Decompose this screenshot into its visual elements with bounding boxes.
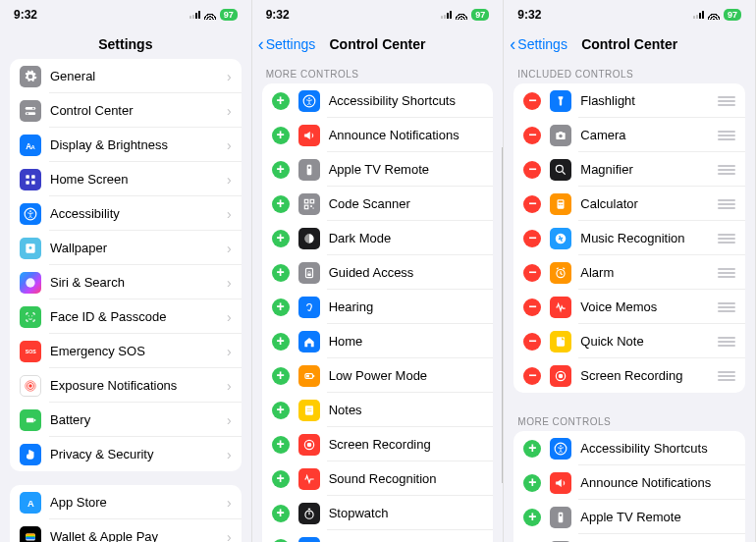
add-button[interactable]: + [272,505,290,522]
svg-point-67 [562,204,563,205]
drag-handle[interactable] [718,337,735,347]
list-item[interactable]: +Code Scanner [262,187,494,221]
list-item[interactable]: Exposure Notifications› [10,368,242,403]
list-item[interactable]: SOSEmergency SOS› [10,334,242,368]
list-item[interactable]: Face ID & Passcode› [10,299,242,334]
list-item[interactable]: +Screen Recording [262,427,494,461]
svg-rect-32 [306,164,311,175]
status-time: 9:32 [266,8,290,22]
row-label: Camera [580,128,709,142]
add-button[interactable]: + [272,436,290,454]
list-item[interactable]: +Accessibility Shortcuts [513,431,745,465]
list-item[interactable]: Wallet & Apple Pay› [10,519,242,542]
row-label: Announce Notifications [580,475,735,490]
add-button[interactable]: + [272,298,290,316]
hand-icon [20,444,41,465]
scroll-content[interactable]: More Controls +Accessibility Shortcuts+A… [252,59,504,542]
remove-button[interactable]: − [523,367,541,385]
drag-handle[interactable] [718,96,735,106]
svg-rect-45 [305,406,313,414]
remove-button[interactable]: − [523,161,541,179]
list-item[interactable]: Battery› [10,403,242,437]
remove-button[interactable]: − [523,127,541,144]
add-button[interactable]: + [272,402,290,419]
scroll-content[interactable]: General›Control Center›AADisplay & Brigh… [0,59,251,542]
list-item[interactable]: Siri & Search› [10,265,242,299]
remove-button[interactable]: − [523,264,541,282]
chevron-right-icon: › [227,495,232,511]
scroll-indicator[interactable] [502,147,503,483]
drag-handle[interactable] [718,234,735,244]
list-item[interactable]: Privacy & Security› [10,437,242,471]
add-button[interactable]: + [272,470,290,488]
add-button[interactable]: + [523,474,541,492]
add-button[interactable]: + [272,333,290,351]
chevron-right-icon: › [227,412,232,428]
list-item[interactable]: +Apple TV Remote [513,500,745,534]
remove-button[interactable]: − [523,298,541,316]
list-item[interactable]: −Camera [513,118,745,152]
remove-button[interactable]: − [523,92,541,110]
add-button[interactable]: + [272,92,290,110]
list-item[interactable]: +Dark Mode [262,221,494,255]
alarm-icon [550,262,571,284]
remove-button[interactable]: − [523,333,541,351]
list-item[interactable]: +Home [262,324,494,358]
list-item[interactable]: AADisplay & Brightness› [10,128,242,162]
drag-handle[interactable] [718,371,735,381]
list-item[interactable]: +Announce Notifications [262,118,494,152]
list-item[interactable]: +Hearing [262,290,494,324]
svg-rect-36 [304,205,308,209]
add-button[interactable]: + [272,367,290,385]
add-button[interactable]: + [272,539,290,543]
add-button[interactable]: + [523,440,541,458]
add-button[interactable]: + [272,161,290,179]
list-item[interactable]: +Apple TV Remote [262,152,494,187]
list-item[interactable]: AApp Store› [10,485,242,519]
add-button[interactable]: + [272,230,290,247]
remove-button[interactable]: − [523,230,541,247]
add-button[interactable]: + [523,509,541,526]
list-item[interactable]: Control Center› [10,93,242,128]
list-item[interactable]: +Guided Access [262,255,494,290]
list-item[interactable]: +Notes [262,393,494,427]
add-button[interactable]: + [272,195,290,213]
drag-handle[interactable] [718,165,735,175]
list-item[interactable]: Home Screen› [10,162,242,196]
list-item[interactable]: +Stopwatch [262,496,494,530]
list-item[interactable]: −Alarm [513,255,745,290]
add-button[interactable]: + [272,264,290,282]
list-item[interactable]: General› [10,59,242,93]
list-item[interactable]: +Announce Notifications [513,465,745,500]
back-button[interactable]: ‹ Settings [510,35,567,53]
status-indicators: 97 [441,9,489,21]
remove-button[interactable]: − [523,195,541,213]
list-item[interactable]: −Magnifier [513,152,745,187]
list-item[interactable]: Wallpaper› [10,231,242,265]
voicememo-icon [550,297,571,318]
notes-icon [298,400,320,421]
list-item[interactable]: −Flashlight [513,83,745,118]
svg-point-62 [557,165,564,172]
svg-point-13 [29,245,32,248]
list-item[interactable]: −Calculator [513,187,745,221]
list-item[interactable]: −Quick Note [513,324,745,358]
list-item[interactable]: −Music Recognition [513,221,745,255]
row-label: Stopwatch [329,506,484,520]
drag-handle[interactable] [718,131,735,140]
back-button[interactable]: ‹ Settings [258,35,316,53]
drag-handle[interactable] [718,268,735,278]
drag-handle[interactable] [718,302,735,312]
svg-point-14 [26,278,34,287]
add-button[interactable]: + [272,127,290,144]
list-item[interactable]: +Low Power Mode [262,358,494,393]
list-item[interactable]: +Code Scanner [513,534,745,542]
list-item[interactable]: −Voice Memos [513,290,745,324]
list-item[interactable]: Accessibility› [10,196,242,231]
scroll-content[interactable]: Included Controls −Flashlight−Camera−Mag… [504,59,755,542]
list-item[interactable]: +AAText Size [262,530,494,542]
drag-handle[interactable] [718,199,735,209]
list-item[interactable]: −Screen Recording [513,358,745,393]
list-item[interactable]: +Accessibility Shortcuts [262,83,494,118]
list-item[interactable]: +Sound Recognition [262,461,494,496]
